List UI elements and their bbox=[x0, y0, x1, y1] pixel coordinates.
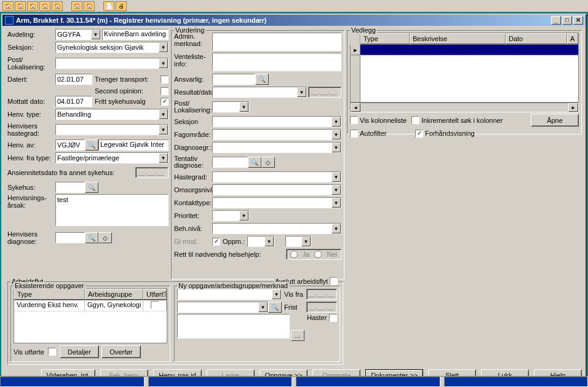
mottatt-input[interactable] bbox=[55, 96, 92, 107]
nei-radio[interactable] bbox=[314, 251, 322, 258]
ansvarlig-input[interactable] bbox=[212, 74, 255, 85]
seksjon2-dd[interactable]: ▼ bbox=[212, 116, 341, 127]
overfor-button[interactable]: Overfør bbox=[101, 345, 141, 358]
ansien-input[interactable]: __.__.__ bbox=[135, 167, 169, 178]
henv-av-input[interactable] bbox=[55, 139, 85, 150]
forhand-check[interactable] bbox=[415, 130, 423, 138]
henv-av-label: Henv. av: bbox=[7, 141, 55, 149]
second-opinion-check[interactable] bbox=[161, 87, 169, 95]
tb-icon[interactable]: 🏠 bbox=[2, 1, 14, 11]
tentativ-clear-icon[interactable]: ◇ bbox=[261, 157, 275, 168]
mottatt-label: Mottatt dato: bbox=[7, 98, 55, 105]
tb-icon[interactable]: 🖨 bbox=[116, 1, 127, 11]
tb-icon[interactable]: 📄 bbox=[103, 1, 114, 11]
henv-av-search-icon[interactable]: 🔍 bbox=[85, 139, 98, 150]
behniva-dd[interactable]: ▼ bbox=[212, 223, 341, 234]
main-window: Arm, Brukket f. 30.11.54* (m) - Registre… bbox=[1, 14, 587, 386]
kolonneliste-label: Vis kolonneliste bbox=[360, 117, 407, 124]
autofilter-check[interactable] bbox=[350, 130, 358, 138]
tb-icon[interactable]: 🏠 bbox=[71, 1, 82, 11]
ja-radio[interactable] bbox=[290, 251, 298, 258]
maximize-btn[interactable]: □ bbox=[562, 16, 572, 25]
henv-type-dropdown[interactable]: Behandling▼ bbox=[55, 109, 169, 120]
ny-oppgave-ellipsis-icon[interactable]: … bbox=[291, 330, 304, 341]
sykehus-search-icon[interactable]: 🔍 bbox=[85, 182, 98, 193]
hastegrad-label: Henvisers hastegrad: bbox=[7, 122, 55, 137]
inkrement-check[interactable] bbox=[411, 116, 419, 124]
tb-icon[interactable]: 🏠 bbox=[27, 1, 38, 11]
avdeling-text: KvinneBarn avdeling bbox=[102, 29, 169, 40]
second-opinion-label: Second opinion: bbox=[95, 87, 143, 95]
resultat-date[interactable]: __.__.__ bbox=[308, 87, 341, 98]
kontakt-dd[interactable]: ▼ bbox=[212, 197, 341, 208]
kontakt-label: Kontakttype: bbox=[174, 199, 212, 206]
avslutt-check[interactable] bbox=[330, 277, 338, 285]
scroll-left-icon[interactable]: ◄ bbox=[351, 103, 360, 112]
minimize-btn[interactable]: _ bbox=[551, 16, 561, 25]
oppm-label: Oppm.: bbox=[223, 238, 245, 245]
tb-icon[interactable]: 🏠 bbox=[84, 1, 95, 11]
prioritet-dd[interactable]: ▼ bbox=[212, 210, 249, 221]
vis-utforte-check[interactable] bbox=[48, 348, 56, 356]
vedlegg-col-dato[interactable]: Dato bbox=[506, 33, 567, 44]
frist-input[interactable]: __.__.__ bbox=[306, 302, 337, 313]
eksisterende-legend: Eksisterende oppgaver bbox=[14, 282, 85, 289]
omsorg-dd[interactable]: ▼ bbox=[212, 184, 341, 195]
kolonneliste-check[interactable] bbox=[350, 116, 358, 124]
post-dropdown[interactable]: ▼ bbox=[55, 58, 169, 69]
oppm-dd2[interactable]: ▼ bbox=[285, 236, 311, 247]
ny-oppgave-merknad[interactable] bbox=[177, 314, 290, 338]
postlok-dd[interactable]: ▼ bbox=[212, 101, 249, 112]
admin-merknad-ta[interactable] bbox=[212, 33, 341, 51]
fag-dd[interactable]: ▼ bbox=[212, 129, 341, 140]
detaljer-button[interactable]: Detaljer bbox=[60, 345, 99, 358]
tentativ-search-icon[interactable]: 🔍 bbox=[248, 157, 261, 168]
col-type[interactable]: Type bbox=[14, 289, 85, 300]
oppm-check[interactable] bbox=[212, 238, 220, 246]
tentativ-label: Tentativ diagnose: bbox=[174, 155, 212, 169]
resultat-dd[interactable]: ▼ bbox=[212, 87, 307, 98]
fritt-check[interactable] bbox=[161, 98, 169, 106]
tb-icon[interactable]: 🏠 bbox=[15, 1, 26, 11]
datert-input[interactable] bbox=[55, 74, 92, 85]
close-btn[interactable]: ✕ bbox=[573, 16, 583, 25]
ny-oppgave-search-icon[interactable]: 🔍 bbox=[268, 302, 282, 313]
utfort-row-check[interactable] bbox=[151, 301, 159, 309]
henv-fra-type-dd[interactable]: Fastlege/primærlege▼ bbox=[55, 152, 169, 163]
vedlegg-col-a[interactable]: A bbox=[567, 33, 578, 44]
transport-check[interactable] bbox=[161, 76, 169, 84]
henv-diag-search-icon[interactable]: 🔍 bbox=[85, 232, 98, 243]
vedlegg-col-beskr[interactable]: Beskrivelse bbox=[410, 33, 506, 44]
apne-button[interactable]: Åpne bbox=[531, 114, 579, 127]
vedlegg-col-type[interactable]: Type bbox=[360, 33, 410, 44]
datert-label: Datert: bbox=[7, 76, 55, 83]
ny-oppgave-fieldset: Ny oppgave/arbeidsgruppe/merknad ▼ Vis f… bbox=[174, 286, 340, 362]
scroll-right-icon[interactable]: ► bbox=[568, 103, 578, 112]
venteliste-ta[interactable] bbox=[212, 53, 341, 71]
omsorg-label: Omsorgsnivå: bbox=[174, 186, 212, 194]
oppm-dd[interactable]: ▼ bbox=[247, 236, 274, 247]
arsak-textarea[interactable]: test bbox=[55, 194, 169, 226]
ny-oppgave-dd1[interactable]: ▼ bbox=[177, 289, 282, 300]
ansvarlig-search-icon[interactable]: 🔍 bbox=[255, 74, 269, 85]
task-row[interactable]: Vurdering Ekst henv. Ggyn, Gynekologi bbox=[14, 300, 167, 311]
haster-check[interactable] bbox=[329, 314, 337, 322]
tb-icon[interactable]: 🏠 bbox=[52, 1, 63, 11]
col-arb[interactable]: Arbeidsgruppe bbox=[85, 289, 143, 300]
venteliste-label: Venteliste- info: bbox=[174, 53, 212, 68]
seksjon-dropdown[interactable]: Gynekologisk seksjon Gjøvik▼ bbox=[55, 42, 169, 53]
henv-diag-input[interactable] bbox=[55, 232, 85, 243]
col-utfort[interactable]: Utført? bbox=[143, 289, 167, 300]
tb-icon[interactable]: 🏠 bbox=[39, 1, 50, 11]
hastegrad2-dd[interactable]: ▼ bbox=[212, 171, 341, 182]
sykehus-input[interactable] bbox=[55, 182, 85, 193]
visfra-input[interactable]: __.__.__ bbox=[306, 289, 337, 300]
ny-oppgave-dd2[interactable]: ▼ bbox=[177, 302, 268, 313]
diag-dd[interactable]: ▼ bbox=[212, 142, 341, 153]
avdeling-dropdown[interactable]: GGYFA▼ bbox=[55, 29, 101, 40]
transport-label: Trenger transport: bbox=[95, 76, 149, 83]
vedlegg-row-selected[interactable] bbox=[360, 45, 578, 55]
henv-diag-clear-icon[interactable]: ◇ bbox=[98, 232, 112, 243]
hastegrad-dropdown[interactable]: ▼ bbox=[55, 124, 169, 135]
tentativ-input[interactable] bbox=[212, 157, 248, 168]
